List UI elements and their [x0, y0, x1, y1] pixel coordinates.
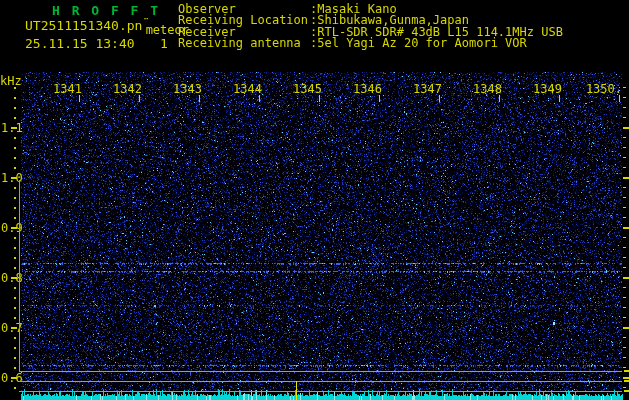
strip-divider-line	[19, 371, 622, 372]
y-axis-tick	[14, 157, 16, 159]
strip-divider-line	[19, 381, 622, 382]
y-axis-tick-right	[623, 297, 626, 298]
x-axis-label: 1344	[214, 82, 262, 96]
y-axis-tick-right	[623, 347, 626, 348]
y-axis-tick-right	[623, 107, 626, 108]
y-axis-tick	[14, 167, 16, 169]
y-axis-tick	[14, 87, 16, 89]
y-axis-tick	[14, 267, 16, 269]
y-axis-tick	[11, 177, 17, 179]
y-axis-tick-right	[623, 97, 626, 98]
y-axis-tick	[14, 197, 16, 199]
y-axis-tick-right	[623, 377, 629, 379]
x-axis-label: 1350.	[574, 82, 622, 96]
x-axis-tick	[319, 95, 320, 102]
x-axis-tick	[79, 95, 80, 102]
y-axis-tick-right	[623, 277, 629, 279]
y-axis-tick	[14, 387, 16, 389]
y-axis-tick-right	[623, 207, 626, 208]
x-axis-tick	[619, 95, 620, 102]
y-axis-tick-right	[623, 257, 626, 258]
y-axis-tick-right	[623, 197, 626, 198]
x-axis-label: 1345	[274, 82, 322, 96]
x-axis-tick	[439, 95, 440, 102]
y-axis-tick-right	[623, 227, 629, 229]
y-axis-tick	[14, 317, 16, 319]
axes-overlay: 1341134213431344134513461347134813491350…	[0, 0, 629, 400]
y-axis-tick	[14, 287, 16, 289]
y-axis-tick	[14, 357, 16, 359]
x-axis-tick	[379, 95, 380, 102]
y-axis-tick	[11, 227, 17, 229]
y-axis-tick-right	[623, 267, 626, 268]
y-axis-tick-right	[623, 157, 626, 158]
y-axis-tick	[11, 277, 17, 279]
strip-right-tick	[624, 380, 629, 382]
y-axis-tick-right	[623, 367, 626, 368]
y-axis-tick-right	[623, 87, 626, 88]
y-axis-tick-right	[623, 287, 626, 288]
x-axis-tick	[499, 95, 500, 102]
x-axis-label: 1349	[514, 82, 562, 96]
y-axis-tick-right	[623, 357, 626, 358]
y-axis-tick-right	[623, 167, 626, 168]
y-axis-tick-right	[623, 187, 626, 188]
x-axis-label: 1348	[454, 82, 502, 96]
y-axis-tick	[14, 347, 16, 349]
y-axis-tick	[14, 137, 16, 139]
y-axis-tick-right	[623, 387, 626, 388]
x-axis-tick	[199, 95, 200, 102]
x-axis-label: 1341	[34, 82, 82, 96]
strip-right-tick	[624, 390, 629, 392]
y-axis-tick-right	[623, 327, 629, 329]
strip-right-tick	[624, 370, 629, 372]
x-axis-tick	[559, 95, 560, 102]
y-axis-tick	[14, 97, 16, 99]
y-axis-tick-right	[623, 217, 626, 218]
strip-event-marker	[296, 381, 297, 400]
y-axis-tick-right	[623, 307, 626, 308]
y-axis-tick	[14, 297, 16, 299]
y-axis-tick	[14, 307, 16, 309]
y-axis-tick	[14, 237, 16, 239]
x-axis-tick	[139, 95, 140, 102]
strip-divider-line	[19, 391, 622, 392]
y-axis-tick-right	[623, 127, 629, 129]
x-axis-label: 1346	[334, 82, 382, 96]
y-axis-tick	[14, 247, 16, 249]
y-axis-tick	[11, 327, 17, 329]
y-axis-tick-right	[623, 117, 626, 118]
y-axis-tick-right	[623, 247, 626, 248]
y-axis-tick	[14, 367, 16, 369]
y-axis-tick-right	[623, 137, 626, 138]
y-axis-tick	[14, 337, 16, 339]
x-axis-label: 1343	[154, 82, 202, 96]
hrofft-screen: H R O F F T UT2511151340.pn¨meteor 25.11…	[0, 0, 629, 400]
y-axis-tick	[14, 117, 16, 119]
y-axis-tick	[14, 107, 16, 109]
y-axis-tick	[11, 377, 17, 379]
count-box-left-border	[19, 180, 20, 371]
x-axis-label: 1342	[94, 82, 142, 96]
y-axis-tick-right	[623, 337, 626, 338]
y-axis-tick-right	[623, 147, 626, 148]
y-axis-tick-right	[623, 317, 626, 318]
y-axis-tick	[14, 207, 16, 209]
y-axis-tick	[14, 187, 16, 189]
x-axis-tick	[259, 95, 260, 102]
y-axis-tick	[14, 147, 16, 149]
y-axis-tick	[14, 217, 16, 219]
x-axis-label: 1347	[394, 82, 442, 96]
y-axis-tick-right	[623, 177, 629, 179]
y-axis-tick	[14, 257, 16, 259]
y-axis-tick	[11, 127, 17, 129]
y-axis-tick-right	[623, 237, 626, 238]
